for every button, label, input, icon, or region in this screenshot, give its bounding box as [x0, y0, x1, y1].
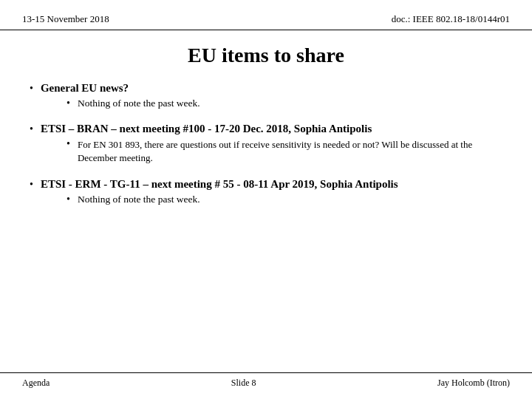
sub-dot-3: • [66, 194, 70, 205]
header-date: 13-15 November 2018 [22, 13, 109, 25]
footer-center: Slide 8 [50, 378, 437, 389]
general-eu-sub1-text: Nothing of note the past week. [78, 98, 200, 109]
footer-right: Jay Holcomb (Itron) [437, 378, 510, 389]
etsi-erm-label: ETSI - ERM - TG-11 – next meeting # 55 -… [41, 178, 398, 191]
bullet-general-eu: • General EU news? [30, 82, 502, 95]
bullet-etsi-bran: • ETSI – BRAN – next meeting #100 - 17-2… [30, 123, 502, 135]
bullet-etsi-erm: • ETSI - ERM - TG-11 – next meeting # 55… [30, 178, 502, 191]
sub-dot-1: • [66, 98, 70, 109]
sub-bullet-etsi-bran-1: • For EN 301 893, there are questions ou… [66, 138, 502, 165]
footer-left: Agenda [22, 378, 50, 389]
etsi-bran-sub1-text: For EN 301 893, there are questions out … [78, 138, 502, 165]
slide-title: EU items to share [188, 44, 344, 66]
sub-bullet-etsi-erm-1: • Nothing of note the past week. [66, 194, 502, 205]
slide-header: 13-15 November 2018 doc.: IEEE 802.18-18… [0, 0, 532, 30]
general-eu-label: General EU news? [41, 82, 129, 95]
sub-bullet-general-eu-1: • Nothing of note the past week. [66, 98, 502, 109]
etsi-bran-label: ETSI – BRAN – next meeting #100 - 17-20 … [41, 123, 372, 135]
section-etsi-bran: • ETSI – BRAN – next meeting #100 - 17-2… [30, 123, 502, 165]
slide-footer: Agenda Slide 8 Jay Holcomb (Itron) [0, 372, 532, 389]
bullet-dot-2: • [30, 123, 33, 135]
bullet-dot-3: • [30, 179, 33, 191]
slide: 13-15 November 2018 doc.: IEEE 802.18-18… [0, 0, 532, 399]
etsi-erm-sub1-text: Nothing of note the past week. [78, 194, 200, 205]
slide-content: • General EU news? • Nothing of note the… [0, 75, 532, 226]
bullet-dot-1: • [30, 83, 33, 95]
sub-dot-2: • [66, 138, 70, 150]
header-doc: doc.: IEEE 802.18-18/0144r01 [392, 13, 510, 25]
title-area: EU items to share [0, 30, 532, 75]
section-general-eu: • General EU news? • Nothing of note the… [30, 82, 502, 109]
section-etsi-erm: • ETSI - ERM - TG-11 – next meeting # 55… [30, 178, 502, 205]
